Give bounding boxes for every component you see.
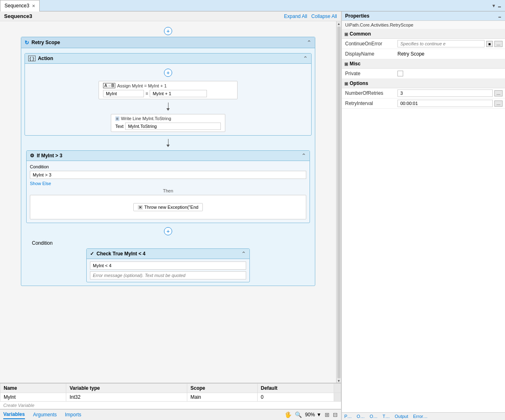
if-collapse-btn[interactable]: ⌃ [301,152,306,159]
text-input[interactable] [125,123,221,130]
tab-variables[interactable]: Variables [3,410,25,419]
common-section-header[interactable]: ▣ Common [342,29,505,39]
designer-actions: Expand All Collapse All [284,13,337,19]
properties-header: Properties 🗕 [342,11,505,21]
collapse-all-btn[interactable]: Collapse All [311,13,337,19]
table-scrollbar-header [334,384,341,393]
condition-outer-label: Condition [29,240,316,246]
retry-scope-body: { } Action ⌃ + [21,48,315,286]
tab-arguments[interactable]: Arguments [33,411,57,419]
action-section: { } Action ⌃ + [25,53,312,136]
action-section-title: Action [38,56,53,61]
write-line-title: ≡ Write Line MyInt.ToString [115,116,221,121]
assign-right-input[interactable]: MyInt + 1 [150,90,207,97]
action-collapse-btn[interactable]: ⌃ [303,55,308,62]
retry-scope-collapse-btn[interactable]: ⌃ [307,39,312,46]
check-true-condition-input[interactable] [90,261,246,270]
zoom-dropdown-icon[interactable]: ▼ [316,412,321,418]
vertical-scrollbar[interactable]: ▲ ▼ [336,21,341,383]
retry-scope-header-left: ↻ Retry Scope [25,40,60,46]
options-section-header[interactable]: ▣ Options [342,79,505,88]
bottom-tabs: Variables Arguments Imports 🖐 🔍 90% ▼ ⊞ … [0,409,341,420]
number-of-retries-label: NumberOfRetries [342,88,395,98]
show-else-link[interactable]: Show Else [30,181,51,186]
assign-left-input[interactable]: MyInt [103,90,144,97]
continue-on-error-label: ContinueOnError [342,39,395,49]
designer-panel: Sequence3 Expand All Collapse All + ↻ [0,11,341,420]
zoom-value: 90% [305,412,315,418]
designer-scroll-area[interactable]: + ↻ Retry Scope ⌃ [0,21,336,383]
expand-all-btn[interactable]: Expand All [284,13,307,19]
bottom-icons: 🖐 🔍 90% ▼ ⊞ ⊟ [285,411,338,418]
prop-output-btn[interactable]: Output [395,414,408,419]
retry-scope: ↻ Retry Scope ⌃ { } A [21,37,315,286]
assign-label: Assign MyInt = MyInt + 1 [117,83,166,88]
properties-bottom-bar: P… O… O… T… Output Error… [342,412,505,420]
check-true-title: Check True MyInt < 4 [97,251,146,257]
if-icon: ⚙ [30,153,34,159]
arrow-head-1 [166,108,170,111]
continue-on-error-row: ContinueOnError ■ … [342,39,505,49]
check-true-icon: ✓ [90,251,94,257]
action-section-header: { } Action ⌃ [25,54,311,64]
throw-icon: ✕ [138,205,143,210]
check-true-collapse-btn[interactable]: ⌃ [241,250,246,257]
tab-close-btn[interactable]: ✕ [32,4,35,8]
retry-interval-ellipsis-btn[interactable]: … [494,101,503,107]
prop-p-btn[interactable]: P… [344,414,352,419]
assign-activity: A→B Assign MyInt = MyInt + 1 MyInt = MyI… [99,81,238,99]
properties-pin-btn[interactable]: 🗕 [498,14,502,18]
retry-interval-label: RetryInterval [342,98,395,108]
continue-on-error-ellipsis-btn[interactable]: … [494,41,503,47]
create-variable-btn[interactable]: Create Variable [0,402,341,409]
misc-section-header[interactable]: ▣ Misc [342,59,505,69]
retry-interval-row: RetryInterval … [342,98,505,109]
retry-interval-input[interactable] [397,100,493,107]
properties-panel: Properties 🗕 UiPath.Core.Activities.Retr… [341,11,505,420]
main-area: Sequence3 Expand All Collapse All + ↻ [0,11,505,420]
options-collapse-icon: ▣ [344,81,348,86]
private-label: Private [342,69,395,78]
sequence3-tab[interactable]: Sequence3 ✕ [0,0,40,11]
search-icon[interactable]: 🔍 [295,411,302,418]
continue-on-error-type-btn[interactable]: ■ [486,41,493,47]
properties-title: Properties [345,13,369,19]
private-checkbox[interactable] [397,71,403,76]
hand-icon[interactable]: 🖐 [285,411,292,418]
action-plus-btn[interactable]: + [164,69,172,77]
then-label: Then [30,188,306,193]
assign-eq: = [146,91,148,96]
tab-imports[interactable]: Imports [65,411,81,419]
if-condition-label: Condition [30,164,306,169]
number-of-retries-ellipsis-btn[interactable]: … [494,90,503,96]
options-section-label: Options [350,80,368,86]
expand-icon[interactable]: ⊟ [333,411,338,418]
assign-fields: MyInt = MyInt + 1 [103,90,233,97]
throw-label: Throw new Exception("End [144,205,198,210]
text-label: Text [115,124,123,129]
retry-bottom-plus-btn[interactable]: + [164,227,172,235]
prop-t-btn[interactable]: T… [382,414,390,419]
if-condition-input[interactable] [30,171,306,179]
designer-title: Sequence3 [4,13,32,19]
private-row: Private [342,69,505,79]
check-true-activity: ✓ Check True MyInt < 4 ⌃ [86,248,250,282]
check-true-msg-input[interactable] [90,271,246,279]
number-of-retries-input[interactable] [397,89,493,97]
var-name: MyInt [0,393,66,402]
prop-o1-btn[interactable]: O… [357,414,365,419]
zoom-control: 90% ▼ [305,412,321,418]
misc-collapse-icon: ▣ [344,62,348,66]
fit-icon[interactable]: ⊞ [325,411,330,418]
tab-pin: ▼ 🗕 [488,2,505,10]
write-line-label: Write Line MyInt.ToString [121,116,171,121]
prop-o2-btn[interactable]: O… [370,414,378,419]
if-body: Condition Show Else Then ✕ Throw new Exc… [27,161,310,223]
continue-on-error-input[interactable] [397,40,485,47]
prop-error-btn[interactable]: Error… [413,414,427,419]
top-plus-btn[interactable]: + [164,27,172,35]
misc-section-label: Misc [350,61,361,67]
arrow-line-2 [168,139,168,145]
display-name-value: Retry Scope [395,50,505,58]
display-name-label: DisplayName [342,49,395,59]
